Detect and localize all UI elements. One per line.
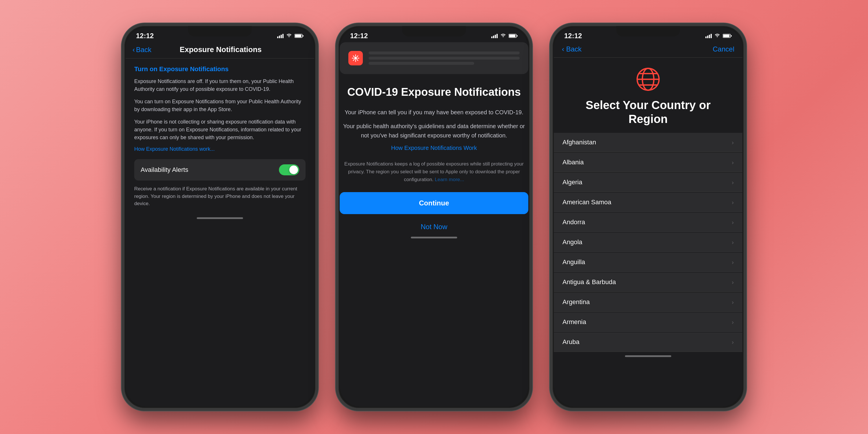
home-indicator-2	[411, 237, 457, 239]
settings-scroll: Turn on Exposure Notifications Exposure …	[126, 58, 314, 214]
phone-2-inner: 12:12 COVID-1	[340, 27, 528, 407]
screen-3: ‹ Back Cancel Select Your Country or Reg…	[554, 42, 742, 352]
not-now-button[interactable]: Not Now	[340, 220, 528, 234]
country-header: Select Your Country or Region	[554, 58, 742, 133]
notif-icon	[348, 51, 363, 65]
phone-1: 12:12 ‹ Back Exposure Notifications Turn…	[122, 23, 318, 411]
toggle-row-1: Availability Alerts	[134, 159, 306, 181]
country-name: Anguilla	[562, 258, 585, 266]
battery-icon	[294, 34, 304, 38]
svg-rect-6	[303, 35, 304, 37]
country-name: Albania	[562, 159, 584, 166]
list-item[interactable]: Antigua & Barbuda ›	[554, 273, 742, 292]
list-item[interactable]: Andorra ›	[554, 213, 742, 232]
country-name: Algeria	[562, 179, 582, 186]
covid-title: COVID-19 Exposure Notifications	[340, 86, 528, 99]
notif-line-2	[369, 57, 520, 60]
svg-line-20	[357, 60, 358, 61]
back-button-1[interactable]: ‹ Back	[132, 46, 151, 54]
svg-rect-13	[517, 35, 518, 37]
svg-rect-3	[282, 34, 283, 38]
svg-rect-12	[509, 35, 516, 37]
svg-rect-25	[709, 35, 710, 38]
wifi-icon-2	[500, 34, 506, 38]
chevron-icon: ›	[732, 259, 734, 266]
phone-3-inner: 12:12 ‹ Back Cancel	[554, 27, 742, 407]
country-name: Armenia	[562, 318, 586, 326]
country-name: Antigua & Barbuda	[562, 278, 616, 286]
list-item[interactable]: Afghanistan ›	[554, 133, 742, 152]
svg-line-21	[353, 60, 354, 61]
availability-toggle[interactable]	[279, 164, 299, 175]
svg-rect-23	[705, 36, 707, 38]
continue-button[interactable]: Continue	[340, 192, 528, 214]
notif-lines	[369, 52, 520, 65]
privacy-text: Exposure Notifications keeps a log of po…	[344, 161, 524, 182]
list-item[interactable]: Albania ›	[554, 153, 742, 172]
screen-1: Turn on Exposure Notifications Exposure …	[126, 58, 314, 214]
back-chevron-1: ‹	[132, 46, 135, 54]
country-name: Afghanistan	[562, 138, 596, 146]
country-name: Argentina	[562, 298, 590, 306]
list-item[interactable]: Anguilla ›	[554, 253, 742, 272]
svg-point-14	[354, 57, 357, 59]
signal-icon	[277, 34, 283, 38]
phone-3: 12:12 ‹ Back Cancel	[550, 23, 746, 411]
list-item[interactable]: Aruba ›	[554, 333, 742, 352]
list-item[interactable]: Angola ›	[554, 232, 742, 252]
cancel-button-3[interactable]: Cancel	[713, 45, 734, 53]
covid-link[interactable]: How Exposure Notifications Work	[340, 145, 528, 151]
chevron-icon: ›	[732, 199, 734, 206]
phone-1-inner: 12:12 ‹ Back Exposure Notifications Turn…	[126, 27, 314, 407]
status-icons-2	[491, 34, 518, 38]
time-3: 12:12	[564, 32, 582, 40]
svg-rect-8	[493, 36, 494, 38]
country-name: Angola	[562, 239, 582, 246]
phone-2: 12:12 COVID-1	[336, 23, 532, 411]
country-list: Afghanistan › Albania › Algeria › Americ…	[554, 133, 742, 352]
covid-desc-1: Your iPhone can tell you if you may have…	[340, 107, 528, 117]
svg-line-19	[353, 56, 354, 57]
svg-rect-5	[295, 35, 302, 37]
covid-desc-2: Your public health authority's guideline…	[340, 122, 528, 140]
covid-privacy: Exposure Notifications keeps a log of po…	[340, 160, 528, 184]
home-indicator-1	[197, 217, 243, 219]
signal-icon-2	[491, 34, 498, 38]
svg-rect-9	[495, 35, 496, 38]
section-title-1: Turn on Exposure Notifications	[134, 65, 306, 73]
back-button-3[interactable]: ‹ Back	[562, 45, 582, 53]
privacy-link[interactable]: Learn more...	[435, 177, 464, 182]
screen-2: COVID-19 Exposure Notifications Your iPh…	[340, 42, 528, 234]
notif-line-3	[369, 62, 474, 65]
time-2: 12:12	[350, 32, 368, 40]
signal-icon-3	[705, 34, 712, 38]
svg-rect-1	[279, 36, 280, 38]
chevron-icon: ›	[732, 239, 734, 246]
list-item[interactable]: Armenia ›	[554, 312, 742, 332]
home-indicator-3	[625, 355, 671, 357]
battery-icon-2	[509, 34, 518, 38]
svg-rect-7	[491, 36, 492, 38]
nav-title-1: Exposure Notifications	[151, 45, 290, 54]
settings-link-1[interactable]: How Exposure Notifications work...	[134, 146, 306, 152]
status-bar-3: 12:12	[554, 27, 742, 42]
toggle-desc-1: Receive a notification if Exposure Notif…	[134, 185, 306, 208]
status-icons-1	[277, 34, 304, 38]
nav-bar-3: ‹ Back Cancel	[554, 42, 742, 58]
chevron-icon: ›	[732, 139, 734, 146]
list-item[interactable]: American Samoa ›	[554, 193, 742, 212]
chevron-icon: ›	[732, 299, 734, 306]
notification-card	[340, 42, 528, 74]
list-item[interactable]: Argentina ›	[554, 292, 742, 312]
svg-rect-29	[731, 35, 732, 37]
back-chevron-3: ‹	[562, 45, 566, 53]
status-bar-1: 12:12	[126, 27, 314, 42]
chevron-icon: ›	[732, 339, 734, 345]
chevron-icon: ›	[732, 179, 734, 186]
toggle-label-1: Availability Alerts	[141, 166, 188, 174]
status-bar-2: 12:12	[340, 27, 528, 42]
phones-container: 12:12 ‹ Back Exposure Notifications Turn…	[122, 23, 746, 411]
back-label-1: Back	[136, 46, 151, 54]
list-item[interactable]: Algeria ›	[554, 173, 742, 192]
paragraph-1a: Exposure Notifications are off. If you t…	[134, 78, 306, 93]
